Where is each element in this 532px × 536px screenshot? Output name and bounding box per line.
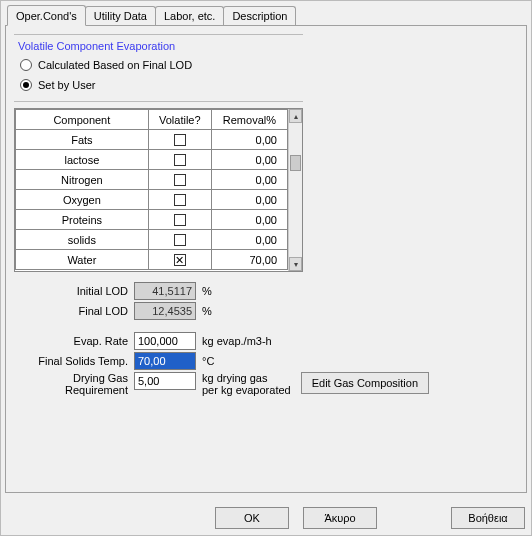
col-removal[interactable]: Removal%	[211, 110, 287, 130]
cell-removal[interactable]: 0,00	[211, 150, 287, 170]
radio-calc-lod[interactable]: Calculated Based on Final LOD	[14, 55, 303, 75]
dialog-window: Oper.Cond's Utility Data Labor, etc. Des…	[0, 0, 532, 536]
initial-lod-label: Initial LOD	[14, 285, 134, 297]
cell-component[interactable]: Fats	[16, 130, 149, 150]
cell-component[interactable]: lactose	[16, 150, 149, 170]
table-row[interactable]: Nitrogen0,00	[16, 170, 288, 190]
radio-icon-unselected	[20, 59, 32, 71]
tab-labor[interactable]: Labor, etc.	[155, 6, 224, 25]
cell-removal[interactable]: 70,00	[211, 250, 287, 270]
cell-removal[interactable]: 0,00	[211, 190, 287, 210]
drying-gas-label: Drying Gas Requirement	[14, 372, 134, 396]
tab-oper-conds[interactable]: Oper.Cond's	[7, 5, 86, 26]
checkbox-icon[interactable]: ✕	[174, 254, 186, 266]
cell-removal[interactable]: 0,00	[211, 230, 287, 250]
evap-rate-label: Evap. Rate	[14, 335, 134, 347]
checkbox-icon[interactable]	[174, 194, 186, 206]
radio-icon-selected	[20, 79, 32, 91]
drying-gas-input[interactable]	[134, 372, 196, 390]
tab-strip: Oper.Cond's Utility Data Labor, etc. Des…	[3, 3, 529, 25]
dialog-button-row: OK Άκυρο Βοήθεια	[1, 507, 531, 529]
cell-component[interactable]: solids	[16, 230, 149, 250]
scroll-down-icon[interactable]: ▾	[289, 257, 302, 271]
tab-description[interactable]: Description	[223, 6, 296, 25]
col-volatile[interactable]: Volatile?	[148, 110, 211, 130]
cell-volatile[interactable]	[148, 210, 211, 230]
evap-rate-unit: kg evap./m3-h	[196, 335, 272, 347]
help-button[interactable]: Βοήθεια	[451, 507, 525, 529]
edit-gas-composition-button[interactable]: Edit Gas Composition	[301, 372, 429, 394]
initial-lod-value	[134, 282, 196, 300]
cell-removal[interactable]: 0,00	[211, 210, 287, 230]
evap-rate-input[interactable]	[134, 332, 196, 350]
cell-component[interactable]: Water	[16, 250, 149, 270]
radio-set-by-user[interactable]: Set by User	[14, 75, 303, 95]
cell-component[interactable]: Oxygen	[16, 190, 149, 210]
final-lod-label: Final LOD	[14, 305, 134, 317]
scroll-thumb[interactable]	[290, 155, 301, 171]
cell-volatile[interactable]	[148, 230, 211, 250]
final-solids-input[interactable]	[134, 352, 196, 370]
component-table: Component Volatile? Removal% Fats0,00lac…	[14, 108, 303, 272]
checkbox-icon[interactable]	[174, 174, 186, 186]
tab-utility-data[interactable]: Utility Data	[85, 6, 156, 25]
cell-component[interactable]: Proteins	[16, 210, 149, 230]
table-row[interactable]: lactose0,00	[16, 150, 288, 170]
scroll-up-icon[interactable]: ▴	[289, 109, 302, 123]
drying-gas-unit: kg drying gas per kg evaporated	[196, 372, 291, 396]
volatile-group: Volatile Component Evaporation Calculate…	[14, 34, 303, 102]
table-header-row: Component Volatile? Removal%	[16, 110, 288, 130]
final-solids-label: Final Solids Temp.	[14, 355, 134, 367]
cell-removal[interactable]: 0,00	[211, 130, 287, 150]
cell-volatile[interactable]	[148, 150, 211, 170]
cell-volatile[interactable]	[148, 130, 211, 150]
final-lod-value	[134, 302, 196, 320]
checkbox-icon[interactable]	[174, 214, 186, 226]
tab-panel-oper: Volatile Component Evaporation Calculate…	[5, 25, 527, 493]
table-row[interactable]: Oxygen0,00	[16, 190, 288, 210]
cell-volatile[interactable]	[148, 190, 211, 210]
checkbox-icon[interactable]	[174, 234, 186, 246]
table-row[interactable]: Water✕70,00	[16, 250, 288, 270]
col-component[interactable]: Component	[16, 110, 149, 130]
group-title: Volatile Component Evaporation	[14, 37, 303, 55]
cell-volatile[interactable]: ✕	[148, 250, 211, 270]
final-lod-unit: %	[196, 305, 212, 317]
table-row[interactable]: Proteins0,00	[16, 210, 288, 230]
checkbox-icon[interactable]	[174, 134, 186, 146]
cancel-button[interactable]: Άκυρο	[303, 507, 377, 529]
cell-component[interactable]: Nitrogen	[16, 170, 149, 190]
checkbox-icon[interactable]	[174, 154, 186, 166]
final-solids-unit: °C	[196, 355, 214, 367]
ok-button[interactable]: OK	[215, 507, 289, 529]
table-row[interactable]: Fats0,00	[16, 130, 288, 150]
radio-calc-label: Calculated Based on Final LOD	[38, 59, 192, 71]
table-scrollbar[interactable]: ▴ ▾	[288, 109, 302, 271]
initial-lod-unit: %	[196, 285, 212, 297]
table-row[interactable]: solids0,00	[16, 230, 288, 250]
radio-user-label: Set by User	[38, 79, 95, 91]
cell-volatile[interactable]	[148, 170, 211, 190]
cell-removal[interactable]: 0,00	[211, 170, 287, 190]
